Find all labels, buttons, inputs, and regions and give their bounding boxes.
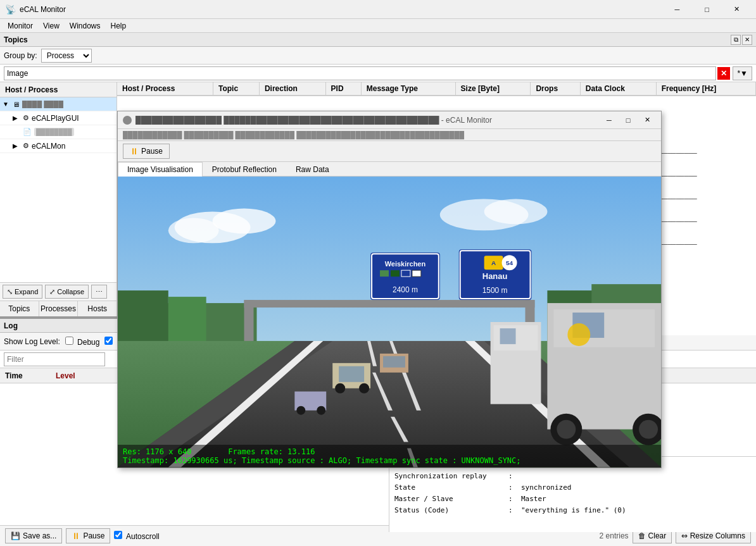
tree-expand-icon[interactable]: ▼ (3, 101, 13, 108)
log-time-header: Time (0, 371, 51, 380)
image-timestamp: Timestamp: 1629930665 us; Timestamp sour… (123, 456, 656, 465)
search-filter-button[interactable]: *▼ (733, 66, 752, 80)
svg-text:Hanau: Hanau (482, 271, 508, 281)
tab-image-visualisation[interactable]: Image Visualisation (118, 162, 203, 177)
tab-raw-data[interactable]: Raw Data (286, 162, 339, 177)
overlay-app-icon (123, 116, 132, 125)
svg-rect-29 (380, 270, 389, 276)
log-sep: : (508, 505, 521, 516)
col-data-clock: Data Clock (580, 82, 656, 96)
tab-hosts[interactable]: Hosts (78, 301, 117, 316)
menu-bar: Monitor View Windows Help (0, 19, 756, 33)
svg-point-48 (639, 420, 658, 439)
tab-topics[interactable]: Topics (0, 301, 39, 316)
log-key: Status (Code) (394, 505, 508, 516)
image-resolution: Res: 1176 x 640 Frames rate: 13.116 (123, 447, 656, 456)
tab-protobuf-reflection[interactable]: Protobuf Reflection (203, 162, 286, 177)
debug-label: Debug (77, 338, 99, 347)
svg-text:54: 54 (506, 259, 513, 266)
group-by-select[interactable]: Process Host Topic (41, 49, 92, 63)
svg-rect-31 (401, 270, 410, 276)
col-message-type: Message Type (361, 82, 455, 96)
right-log-line: ───────── (659, 194, 752, 205)
tree-header: Host / Process (0, 82, 117, 97)
search-input[interactable] (4, 66, 716, 80)
topics-table: Host / Process Topic Direction PID Messa… (117, 82, 756, 96)
expand-button[interactable]: ⤡ Expand (3, 285, 42, 299)
tab-processes[interactable]: Processes (39, 301, 79, 316)
menu-windows[interactable]: Windows (65, 20, 106, 32)
log-val: "everything is fine." (0) (521, 505, 626, 516)
tree-body: ▼ 🖥 ████ ████ ▶ ⚙ eCALPlayGUI (0, 97, 117, 282)
svg-rect-52 (500, 328, 516, 344)
topics-panel-header: Topics ⧉ ✕ (0, 33, 756, 47)
tree-row[interactable]: ▶ ⚙ eCALPlayGUI (0, 111, 117, 125)
app-icon: 📡 (5, 4, 16, 15)
entries-count: 2 entries (600, 531, 629, 540)
log-detail-row: State : synchronized (394, 482, 751, 493)
log-key: Synchronization replay (394, 471, 508, 482)
overlay-close-button[interactable]: ✕ (638, 113, 656, 127)
log-filter-input[interactable] (4, 352, 105, 366)
menu-monitor[interactable]: Monitor (3, 20, 38, 32)
tree-host-process-header: Host / Process (0, 85, 117, 94)
svg-point-60 (296, 406, 305, 415)
autoscroll-label: Autoscroll (114, 531, 159, 541)
svg-point-61 (317, 406, 325, 415)
close-button[interactable]: ✕ (722, 0, 751, 19)
maximize-button[interactable]: □ (693, 0, 721, 19)
svg-rect-54 (339, 366, 364, 382)
menu-view[interactable]: View (38, 20, 65, 32)
overlay-pause-icon: ⏸ (130, 146, 139, 156)
group-by-label: Group by: (4, 51, 37, 60)
col-topic: Topic (213, 82, 259, 96)
topics-float-button[interactable]: ⧉ (731, 35, 741, 45)
overlay-minimize-button[interactable]: ─ (600, 113, 618, 127)
resize-icon: ⇔ (681, 531, 688, 540)
tree-row[interactable]: ▼ 🖥 ████ ████ (0, 97, 117, 111)
search-bar: ✕ *▼ (0, 65, 756, 82)
log-val: Master (521, 493, 546, 505)
right-log-line: ───────── (659, 171, 752, 182)
clear-icon: 🗑 (638, 531, 646, 540)
tree-bottom-tabs: Topics Processes Hosts (0, 301, 117, 316)
svg-rect-24 (244, 300, 254, 341)
overlay-maximize-button[interactable]: □ (619, 113, 637, 127)
overlay-tabs: Image Visualisation Protobuf Reflection … (118, 162, 661, 177)
svg-text:Weiskirchen: Weiskirchen (385, 260, 426, 268)
collapse-button[interactable]: ⤢ Collapse (45, 285, 89, 299)
minimize-button[interactable]: ─ (663, 0, 691, 19)
tree-expand-icon[interactable]: ▶ (13, 115, 23, 121)
log-panel-title: Log (4, 321, 18, 330)
tree-panel: Host / Process ▼ 🖥 ████ ████ ▶ ⚙ eCALPla… (0, 82, 117, 316)
topics-close-button[interactable]: ✕ (742, 35, 752, 45)
topics-panel-controls: ⧉ ✕ (731, 35, 752, 45)
svg-rect-30 (391, 270, 400, 276)
title-bar: 📡 eCAL Monitor ─ □ ✕ (0, 0, 756, 19)
svg-point-2 (213, 208, 276, 233)
tree-row[interactable]: 📄 ████████ (0, 125, 117, 139)
save-as-button[interactable]: 💾 Save as... (5, 528, 62, 543)
svg-point-46 (557, 420, 576, 439)
col-size: Size [Byte] (455, 82, 531, 96)
tree-row[interactable]: ▶ ⚙ eCALMon (0, 139, 117, 153)
overlay-title: ████████████████ ███████████████████████… (135, 116, 600, 125)
debug-checkbox[interactable] (65, 337, 73, 345)
info-checkbox[interactable] (104, 337, 113, 345)
log-pause-button[interactable]: ⏸ Pause (66, 528, 110, 543)
extra-button[interactable]: ⋯ (91, 285, 107, 299)
right-log-area: ───────── ───────── ───────── ───────── … (655, 146, 756, 335)
overlay-window: ████████████████ ███████████████████████… (117, 111, 662, 468)
svg-text:A: A (491, 259, 496, 266)
menu-help[interactable]: Help (106, 20, 132, 32)
search-clear-button[interactable]: ✕ (717, 67, 730, 80)
collapse-icon: ⤢ (49, 288, 55, 296)
right-log-line: ───────── (659, 216, 752, 228)
tree-expand-icon[interactable]: ▶ (13, 142, 23, 149)
svg-point-56 (359, 383, 369, 394)
overlay-pause-button[interactable]: ⏸ Pause (123, 144, 170, 159)
autoscroll-checkbox[interactable] (114, 531, 122, 539)
log-sep: : (508, 482, 521, 493)
svg-text:2400 m: 2400 m (393, 285, 418, 294)
svg-point-55 (335, 383, 345, 394)
